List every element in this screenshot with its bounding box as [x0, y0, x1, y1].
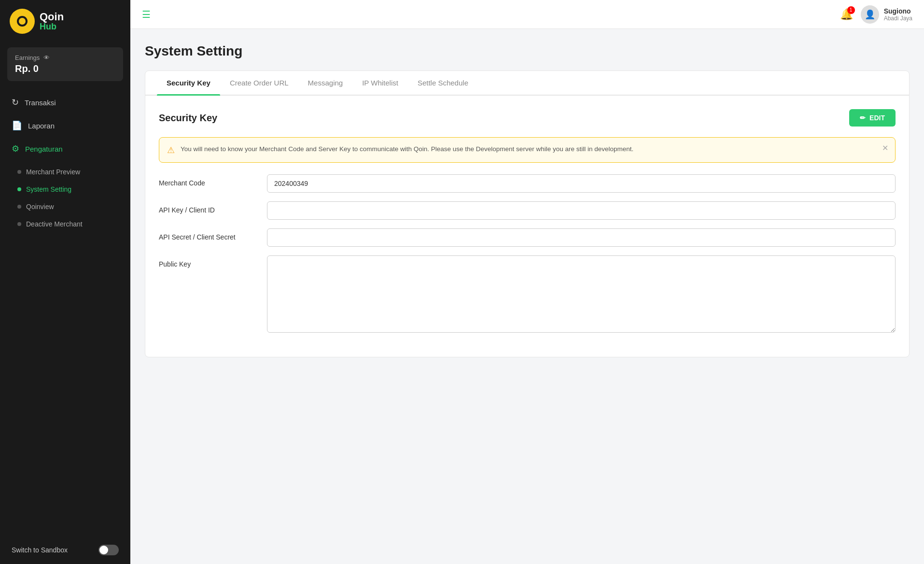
user-profile[interactable]: 👤 Sugiono Abadi Jaya: [861, 5, 912, 24]
sidebar-item-laporan[interactable]: 📄 Laporan: [0, 114, 130, 137]
public-key-row: Public Key: [159, 255, 896, 333]
header-right: 🔔 1 👤 Sugiono Abadi Jaya: [840, 5, 912, 24]
sidebar-submenu: Merchant Preview System Setting Qoinview…: [0, 160, 130, 236]
notification-badge: 1: [847, 6, 855, 14]
logo-hub-text: Hub: [40, 22, 64, 31]
merchant-code-label: Merchant Code: [159, 174, 255, 187]
logo-icon: [10, 9, 35, 34]
main-content: ☰ 🔔 1 👤 Sugiono Abadi Jaya System Settin…: [130, 0, 924, 564]
page-content: System Setting Security Key Create Order…: [130, 29, 924, 564]
alert-close-button[interactable]: ✕: [882, 143, 888, 153]
alert-icon: ⚠: [167, 145, 175, 155]
logo-qoin-text: Qoin: [40, 12, 64, 22]
api-secret-input[interactable]: [267, 228, 896, 247]
header-left: ☰: [142, 9, 151, 20]
bullet-icon: [17, 187, 21, 191]
sidebar-item-deactive-merchant[interactable]: Deactive Merchant: [0, 215, 130, 233]
alert-text: You will need to know your Merchant Code…: [181, 144, 633, 154]
public-key-label: Public Key: [159, 255, 255, 268]
submenu-item-label: Qoinview: [26, 203, 54, 211]
user-details: Sugiono Abadi Jaya: [884, 7, 912, 22]
avatar: 👤: [861, 5, 879, 24]
eye-icon[interactable]: 👁: [43, 54, 50, 61]
tab-messaging[interactable]: Messaging: [298, 71, 353, 95]
laporan-icon: 📄: [12, 120, 22, 131]
tab-security-key[interactable]: Security Key: [157, 71, 220, 95]
submenu-item-label: Merchant Preview: [26, 168, 80, 176]
sandbox-toggle[interactable]: [98, 545, 119, 555]
sidebar-item-transaksi[interactable]: ↻ Transaksi: [0, 91, 130, 114]
sidebar-bottom: Switch to Sandbox: [0, 536, 130, 564]
api-secret-row: API Secret / Client Secret: [159, 228, 896, 247]
sidebar-nav: ↻ Transaksi 📄 Laporan ⚙ Pengaturan Merch…: [0, 86, 130, 536]
pencil-icon: ✏: [860, 114, 866, 122]
sidebar-item-qoinview[interactable]: Qoinview: [0, 198, 130, 215]
bullet-icon: [17, 222, 21, 226]
api-key-label: API Key / Client ID: [159, 201, 255, 214]
submenu-item-label: System Setting: [26, 185, 71, 193]
merchant-code-input[interactable]: [267, 174, 896, 193]
tabs: Security Key Create Order URL Messaging …: [145, 71, 909, 96]
api-secret-label: API Secret / Client Secret: [159, 228, 255, 241]
section-header: Security Key ✏ EDIT: [159, 109, 896, 127]
sidebar: Qoin Hub Earnings 👁 Rp. 0 ↻ Transaksi 📄 …: [0, 0, 130, 564]
transaksi-icon: ↻: [12, 97, 19, 108]
logo-text: Qoin Hub: [40, 12, 64, 31]
notification-button[interactable]: 🔔 1: [840, 8, 853, 21]
sidebar-item-label: Transaksi: [25, 99, 56, 107]
merchant-code-row: Merchant Code: [159, 174, 896, 193]
submenu-item-label: Deactive Merchant: [26, 220, 83, 228]
page-title: System Setting: [145, 43, 910, 59]
sidebar-item-pengaturan[interactable]: ⚙ Pengaturan: [0, 137, 130, 160]
tab-ip-whitelist[interactable]: IP Whitelist: [352, 71, 408, 95]
earnings-card: Earnings 👁 Rp. 0: [7, 47, 123, 81]
earnings-value: Rp. 0: [15, 63, 115, 74]
api-key-row: API Key / Client ID: [159, 201, 896, 220]
sidebar-item-label: Laporan: [28, 122, 55, 130]
header: ☰ 🔔 1 👤 Sugiono Abadi Jaya: [130, 0, 924, 29]
pengaturan-icon: ⚙: [12, 143, 19, 154]
sidebar-item-label: Pengaturan: [25, 145, 63, 153]
sidebar-item-merchant-preview[interactable]: Merchant Preview: [0, 163, 130, 181]
user-name: Sugiono: [884, 7, 912, 15]
public-key-input[interactable]: [267, 255, 896, 333]
sidebar-item-system-setting[interactable]: System Setting: [0, 181, 130, 198]
tab-settle-schedule[interactable]: Settle Schedule: [408, 71, 478, 95]
user-company: Abadi Jaya: [884, 15, 912, 22]
bullet-icon: [17, 170, 21, 174]
bullet-icon: [17, 205, 21, 209]
api-key-input[interactable]: [267, 201, 896, 220]
edit-button[interactable]: ✏ EDIT: [849, 109, 896, 127]
logo: Qoin Hub: [0, 0, 130, 42]
main-card: Security Key Create Order URL Messaging …: [145, 70, 910, 357]
hamburger-icon[interactable]: ☰: [142, 9, 151, 20]
section-title: Security Key: [159, 113, 217, 124]
earnings-label: Earnings 👁: [15, 54, 115, 61]
tab-create-order-url[interactable]: Create Order URL: [220, 71, 298, 95]
alert-banner: ⚠ You will need to know your Merchant Co…: [159, 137, 896, 163]
form-section: Security Key ✏ EDIT ⚠ You will need to k…: [145, 96, 909, 357]
switch-to-sandbox-label: Switch to Sandbox: [12, 546, 68, 554]
